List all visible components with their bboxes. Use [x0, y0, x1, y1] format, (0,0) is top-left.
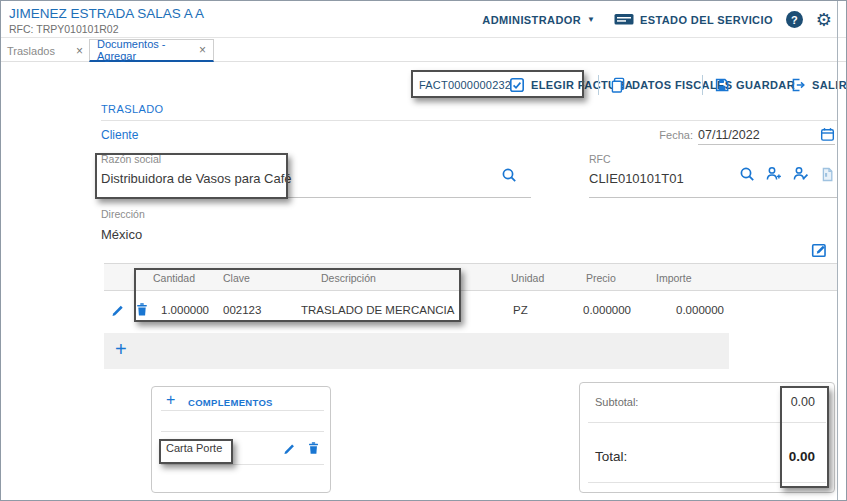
list-item: Carta Porte: [161, 432, 324, 465]
date-field-group: Fecha: 07/11/2022: [659, 127, 835, 145]
items-table: Cantidad Clave Descripción Unidad Precio…: [104, 263, 838, 369]
pencil-icon[interactable]: [111, 302, 126, 317]
administrator-menu[interactable]: ADMINISTRADOR ▼: [482, 14, 595, 26]
chevron-down-icon: ▼: [587, 15, 595, 24]
add-row-button[interactable]: +: [115, 338, 127, 361]
cell-precio: 0.000000: [583, 304, 631, 316]
col-cantidad: Cantidad: [153, 272, 195, 284]
invoice-number: FACT0000000232: [419, 79, 511, 91]
service-status-label: ESTADO DEL SERVICIO: [640, 14, 773, 26]
add-complemento-button[interactable]: +: [166, 391, 175, 409]
col-clave: Clave: [223, 272, 250, 284]
edit-items-icon[interactable]: [811, 241, 828, 258]
cell-unidad: PZ: [513, 304, 528, 316]
cell-importe: 0.000000: [676, 304, 724, 316]
rfc-value: CLIE010101T01: [589, 171, 684, 186]
section-divider: [101, 120, 837, 121]
total-value: 0.00: [789, 449, 815, 464]
complemento-name: Carta Porte: [166, 442, 283, 454]
total-label: Total:: [595, 449, 627, 464]
administrator-label: ADMINISTRADOR: [482, 14, 581, 26]
razon-social-label: Razón social: [101, 153, 161, 165]
date-value: 07/11/2022: [698, 128, 760, 142]
add-row-bar: +: [104, 333, 729, 369]
person-edit-icon[interactable]: [793, 166, 809, 182]
cell-clave: 002123: [223, 304, 261, 316]
tab-documentos-agregar[interactable]: Documentos - Agregar ×: [89, 39, 214, 62]
tab-traslados[interactable]: Traslados ×: [1, 39, 89, 62]
company-name: JIMENEZ ESTRADA SALAS A A: [9, 6, 204, 21]
rfc-label: RFC: [589, 153, 611, 165]
gear-icon[interactable]: ⚙: [816, 11, 832, 29]
complementos-title: COMPLEMENTOS: [188, 397, 273, 408]
close-icon[interactable]: ×: [199, 45, 206, 55]
row-actions: [111, 302, 149, 317]
direccion-value: México: [101, 227, 142, 242]
total-row: Total: 0.00: [595, 449, 815, 464]
complementos-header-band: [161, 410, 324, 432]
calendar-icon[interactable]: [820, 127, 835, 142]
exit-button[interactable]: SALIR: [790, 73, 847, 97]
section-title: TRASLADO: [101, 103, 164, 115]
complemento-actions: [283, 441, 320, 455]
subtotal-value: 0.00: [791, 395, 815, 409]
trash-icon[interactable]: [135, 302, 149, 317]
help-icon[interactable]: ?: [786, 11, 803, 28]
razon-social-value: Distribuidora de Vasos para Café: [101, 171, 292, 186]
exit-label: SALIR: [812, 79, 847, 91]
invoice-number-group: FACT0000000232: [419, 73, 511, 97]
tab-documentos-label: Documentos - Agregar: [97, 38, 199, 62]
subtotal-label: Subtotal:: [595, 396, 638, 408]
tab-bar: Traslados × Documentos - Agregar ×: [1, 39, 847, 62]
toolbar-divider: [598, 75, 599, 95]
save-button[interactable]: GUARDAR: [714, 73, 795, 97]
col-precio: Precio: [586, 272, 616, 284]
pencil-icon[interactable]: [283, 441, 297, 455]
tab-traslados-label: Traslados: [7, 45, 55, 57]
date-label: Fecha:: [659, 129, 693, 145]
document-icon[interactable]: [820, 167, 835, 182]
close-icon[interactable]: ×: [76, 46, 83, 56]
col-unidad: Unidad: [511, 272, 544, 284]
rfc-input[interactable]: RFC CLIE010101T01: [589, 152, 837, 198]
client-section-label: Cliente: [101, 128, 138, 142]
service-card-icon: [614, 12, 634, 27]
service-status-button[interactable]: ESTADO DEL SERVICIO: [614, 12, 773, 27]
rfc-actions: [739, 166, 835, 182]
exit-icon: [790, 77, 806, 93]
table-row: 1.000000 002123 TRASLADO DE MERCANCIA PZ…: [104, 291, 838, 331]
trash-icon[interactable]: [307, 441, 320, 455]
checkbox-check-icon: [509, 77, 525, 93]
razon-social-input[interactable]: Razón social Distribuidora de Vasos para…: [101, 152, 531, 198]
cell-descripcion: TRASLADO DE MERCANCIA: [301, 304, 454, 316]
search-icon[interactable]: [501, 167, 517, 183]
cell-cantidad: 1.000000: [161, 304, 209, 316]
toolbar-divider: [702, 75, 703, 95]
header-actions: ADMINISTRADOR ▼ ESTADO DEL SERVICIO ? ⚙: [482, 1, 832, 38]
complementos-panel: + COMPLEMENTOS Carta Porte: [151, 386, 331, 493]
totals-divider: [588, 422, 826, 423]
subtotal-row: Subtotal: 0.00: [595, 395, 815, 409]
col-descripcion: Descripción: [321, 272, 376, 284]
complementos-table: Carta Porte: [161, 410, 324, 465]
totals-panel: Subtotal: 0.00 Total: 0.00: [579, 382, 835, 493]
document-copy-icon: [610, 77, 626, 93]
totals-divider: [588, 482, 826, 483]
app-header: JIMENEZ ESTRADA SALAS A A RFC: TRPY01010…: [1, 1, 847, 38]
save-icon: [714, 77, 730, 93]
person-add-icon[interactable]: [766, 166, 782, 182]
date-input[interactable]: 07/11/2022: [698, 127, 835, 145]
window-right-edge: [837, 1, 838, 500]
direccion-label: Dirección: [101, 208, 145, 220]
search-icon[interactable]: [739, 166, 755, 182]
items-table-header: Cantidad Clave Descripción Unidad Precio…: [104, 263, 838, 291]
col-importe: Importe: [656, 272, 692, 284]
save-label: GUARDAR: [736, 79, 795, 91]
company-rfc: RFC: TRPY010101R02: [9, 23, 119, 35]
app-window: JIMENEZ ESTRADA SALAS A A RFC: TRPY01010…: [0, 0, 847, 501]
